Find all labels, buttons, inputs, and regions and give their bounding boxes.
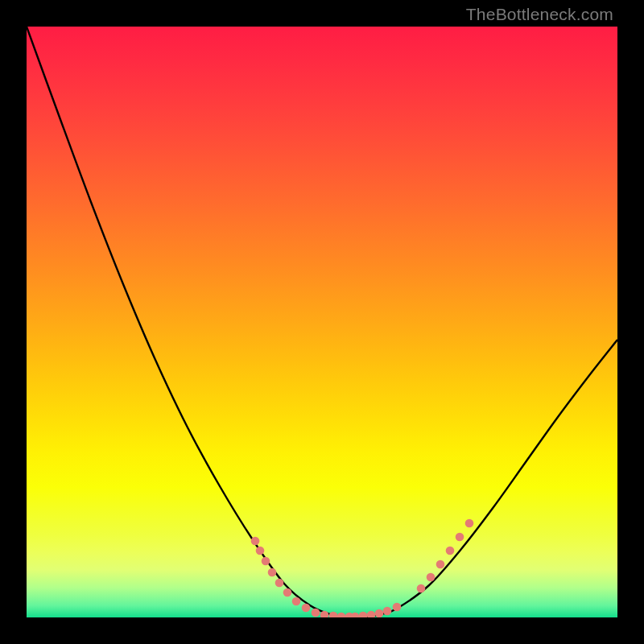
dot bbox=[446, 547, 455, 555]
dot bbox=[367, 611, 376, 617]
dot bbox=[251, 537, 260, 546]
dot bbox=[359, 612, 368, 617]
dot bbox=[329, 612, 338, 617]
dot bbox=[436, 560, 445, 569]
dot bbox=[383, 607, 392, 616]
dot bbox=[292, 597, 301, 606]
dot bbox=[417, 584, 426, 593]
dot bbox=[465, 519, 474, 528]
dot bbox=[283, 588, 292, 597]
curve-dots-right bbox=[351, 519, 474, 617]
dot bbox=[302, 604, 311, 613]
dot bbox=[256, 547, 265, 555]
dot bbox=[262, 557, 270, 566]
dot bbox=[393, 603, 402, 612]
dot bbox=[456, 533, 464, 542]
watermark-text: TheBottleneck.com bbox=[466, 5, 613, 24]
dot bbox=[375, 609, 384, 617]
dot bbox=[268, 568, 277, 577]
dot bbox=[351, 613, 360, 617]
curve-dots-left bbox=[251, 537, 354, 617]
bottleneck-curve bbox=[27, 27, 617, 617]
dot bbox=[427, 573, 436, 582]
chart-svg bbox=[27, 27, 617, 617]
dot bbox=[337, 613, 346, 617]
dot bbox=[275, 579, 284, 588]
dot bbox=[312, 609, 320, 617]
